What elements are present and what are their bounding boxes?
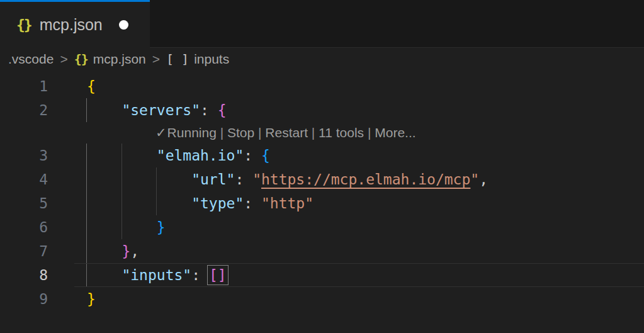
code-token: " bbox=[470, 171, 479, 188]
codelens-separator: | bbox=[217, 125, 227, 140]
codelens-row: ✓Running | Stop | Restart | 11 tools | M… bbox=[0, 122, 644, 144]
code-token: " bbox=[252, 171, 261, 188]
code-token: } bbox=[121, 243, 130, 259]
line-number: 8 bbox=[0, 267, 48, 283]
code-line-4[interactable]: 4 "url": "https://mcp.elmah.io/mcp", bbox=[0, 167, 644, 191]
code-token: , bbox=[479, 171, 488, 188]
code-line-content: { bbox=[48, 78, 96, 94]
codelens-link-more-[interactable]: More... bbox=[375, 125, 415, 140]
breadcrumb-item--vscode[interactable]: .vscode bbox=[8, 52, 54, 67]
breadcrumb-label: .vscode bbox=[8, 52, 54, 67]
code-token: "servers" bbox=[121, 102, 200, 118]
code-token bbox=[87, 267, 121, 283]
tab-label: mcp.json bbox=[40, 16, 103, 34]
code-token: { bbox=[87, 78, 96, 94]
json-file-icon: {} bbox=[74, 52, 88, 67]
tab-bar: {} mcp.json bbox=[0, 0, 644, 48]
code-line-6[interactable]: 6 } bbox=[0, 215, 644, 239]
code-line-content: "elmah.io": { bbox=[48, 147, 270, 164]
line-number: 4 bbox=[0, 171, 48, 188]
array-symbol-icon: [ ] bbox=[166, 52, 189, 67]
code-token: "http" bbox=[261, 195, 314, 212]
code-token: "url" bbox=[191, 171, 235, 188]
code-line-3[interactable]: 3 "elmah.io": { bbox=[0, 144, 644, 167]
code-line-7[interactable]: 7 }, bbox=[0, 239, 644, 263]
code-line-content: "url": "https://mcp.elmah.io/mcp", bbox=[48, 171, 488, 188]
url-link[interactable]: https://mcp.elmah.io/mcp bbox=[261, 171, 470, 188]
check-icon: ✓ bbox=[155, 125, 167, 140]
line-number: 7 bbox=[0, 243, 48, 259]
code-line-content: "type": "http" bbox=[48, 195, 314, 212]
code-token: } bbox=[157, 219, 166, 235]
code-token: "type" bbox=[191, 195, 244, 212]
codelens-separator: | bbox=[364, 125, 375, 140]
code-token bbox=[87, 102, 121, 118]
breadcrumb-label: inputs bbox=[194, 52, 229, 67]
code-token: , bbox=[130, 243, 139, 259]
modified-indicator-dot[interactable] bbox=[119, 20, 128, 30]
tab-mcp-json[interactable]: {} mcp.json bbox=[0, 0, 150, 48]
code-token: [] bbox=[209, 267, 227, 283]
code-line-content: }, bbox=[48, 243, 139, 259]
code-token bbox=[87, 219, 157, 235]
breadcrumb-item-mcp-json[interactable]: {}mcp.json bbox=[74, 52, 146, 67]
codelens-link-stop[interactable]: Stop bbox=[227, 125, 254, 140]
code-token: { bbox=[261, 147, 270, 164]
code-token bbox=[87, 243, 121, 259]
code-token: } bbox=[87, 291, 96, 307]
code-token: { bbox=[218, 102, 227, 118]
codelens-separator: | bbox=[254, 125, 265, 140]
code-token bbox=[87, 147, 157, 164]
code-token: "inputs" bbox=[121, 267, 191, 283]
code-line-2[interactable]: 2 "servers": { bbox=[0, 98, 644, 122]
code-line-content: "servers": { bbox=[48, 102, 227, 118]
code-line-9[interactable]: 9} bbox=[0, 287, 644, 311]
code-token: : bbox=[244, 147, 261, 164]
line-number: 6 bbox=[0, 219, 48, 235]
codelens-link-running[interactable]: Running bbox=[167, 125, 217, 140]
breadcrumb-label: mcp.json bbox=[93, 52, 146, 67]
codelens-link-restart[interactable]: Restart bbox=[265, 125, 308, 140]
code-line-5[interactable]: 5 "type": "http" bbox=[0, 191, 644, 215]
editor[interactable]: 1{2 "servers": {✓Running | Stop | Restar… bbox=[0, 71, 644, 333]
chevron-right-icon: > bbox=[152, 52, 160, 67]
code-token: : bbox=[200, 102, 218, 118]
code-line-1[interactable]: 1{ bbox=[0, 74, 644, 98]
code-token: : bbox=[235, 171, 252, 188]
line-number: 5 bbox=[0, 195, 48, 212]
code-token bbox=[87, 195, 191, 212]
code-token: "elmah.io" bbox=[157, 147, 244, 164]
line-number: 1 bbox=[0, 78, 48, 94]
tab-bar-empty-space bbox=[150, 0, 644, 48]
breadcrumb: .vscode>{}mcp.json>[ ]inputs bbox=[0, 48, 644, 71]
code-token: : bbox=[244, 195, 261, 212]
json-file-icon: {} bbox=[16, 17, 31, 33]
line-number: 9 bbox=[0, 291, 48, 307]
line-number: 2 bbox=[0, 102, 48, 118]
code-line-content: "inputs": [] bbox=[48, 267, 227, 283]
line-number: 3 bbox=[0, 147, 48, 164]
breadcrumb-item-inputs[interactable]: [ ]inputs bbox=[166, 52, 229, 67]
code-line-8[interactable]: 8 "inputs": [] bbox=[0, 263, 644, 287]
code-token: : bbox=[191, 267, 209, 283]
code-line-content: } bbox=[48, 219, 166, 235]
code-line-content: } bbox=[48, 291, 96, 307]
codelens-separator: | bbox=[308, 125, 319, 140]
code-token bbox=[87, 171, 191, 188]
chevron-right-icon: > bbox=[60, 52, 67, 67]
codelens-link-11-tools[interactable]: 11 tools bbox=[319, 125, 364, 140]
